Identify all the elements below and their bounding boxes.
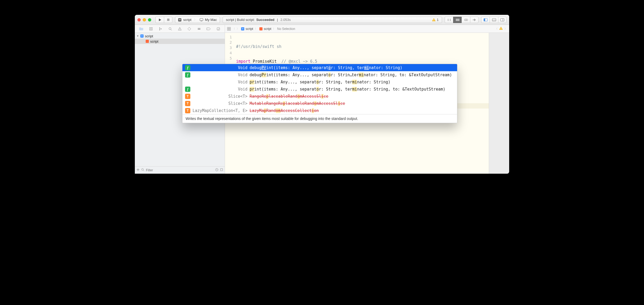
svg-rect-35 [140, 34, 144, 38]
debug-navigator-tab[interactable] [194, 25, 204, 33]
prev-issue-button[interactable]: 〈 [495, 27, 498, 31]
toggle-utilities-button[interactable] [498, 17, 507, 23]
swift-file-icon [259, 27, 263, 31]
issue-count-button[interactable]: 1 [432, 18, 439, 22]
svg-point-21 [169, 28, 171, 30]
project-icon [140, 34, 144, 38]
assistant-editor-button[interactable] [453, 17, 462, 23]
next-issue-button[interactable]: 〉 [504, 27, 507, 31]
status-prefix: script | Build script: [226, 18, 255, 22]
add-button[interactable] [136, 168, 140, 172]
filter-icon [141, 168, 144, 172]
toggle-navigator-button[interactable] [481, 17, 490, 23]
recent-filter-button[interactable] [215, 168, 218, 172]
swift-file-icon [145, 39, 149, 43]
minimize-window-button[interactable] [143, 18, 146, 21]
svg-rect-34 [501, 29, 501, 29]
subbar: 〈 〉 script 〉 script 〉 No Selection 〈 〉 [135, 25, 509, 33]
svg-rect-6 [434, 19, 434, 20]
completion-item[interactable]: ƒVoidprint(items: Any..., separator: Str… [182, 86, 457, 93]
svg-point-23 [180, 29, 180, 30]
crumb-project-label: script [246, 27, 253, 31]
standard-editor-button[interactable] [445, 17, 453, 23]
jump-bar[interactable]: 〈 〉 script 〉 script 〉 No Selection 〈 〉 [225, 25, 509, 33]
svg-rect-4 [200, 19, 203, 21]
function-badge-icon: ƒ [185, 65, 190, 70]
activity-status-bar[interactable]: script | Build script: Succeeded | 2.053… [223, 17, 442, 23]
crumb-selection[interactable]: No Selection [277, 27, 295, 31]
status-time: 2.053s [280, 18, 291, 22]
breakpoint-navigator-tab[interactable] [204, 25, 213, 33]
run-button[interactable] [155, 17, 164, 23]
completion-return-type: Slice<T> [192, 94, 250, 99]
svg-rect-33 [501, 28, 501, 29]
titlebar: script 〉 My Mac script | Build script: S… [135, 15, 509, 25]
minimap[interactable] [489, 33, 509, 174]
svg-rect-29 [227, 29, 229, 30]
scheme-picker[interactable]: script 〉 My Mac [175, 17, 220, 23]
xcode-window: script 〉 My Mac script | Build script: S… [135, 15, 509, 174]
svg-rect-32 [259, 27, 263, 30]
tree-file[interactable]: script [135, 39, 225, 44]
function-badge-icon: ƒ [185, 72, 190, 78]
report-navigator-tab[interactable] [214, 25, 223, 33]
forward-button[interactable]: 〉 [237, 27, 239, 31]
toggle-debug-button[interactable] [490, 17, 498, 23]
completion-item[interactable]: TLazyMapCollection<T, E>LazyMapRandomAcc… [182, 107, 457, 114]
completion-item[interactable]: TSlice<T>MutableRangeReplaceableRandomAc… [182, 100, 457, 107]
completion-signature: RangeReplaceableRandomAccessSlice [250, 94, 454, 99]
scheme-destination: My Mac [205, 18, 217, 22]
svg-rect-24 [198, 28, 200, 29]
completion-signature: debugPrint(items: Any..., separator: Str… [250, 73, 454, 77]
svg-rect-36 [146, 40, 149, 43]
project-navigator-tab[interactable] [136, 25, 146, 33]
completion-signature: LazyMapRandomAccessCollection [250, 108, 454, 113]
type-badge-icon: T [185, 108, 190, 113]
completion-item[interactable]: TSlice<T>RangeReplaceableRandomAccessSli… [182, 93, 457, 100]
svg-rect-3 [179, 20, 181, 20]
scm-filter-button[interactable] [220, 168, 223, 172]
completion-item[interactable]: ƒVoiddebugPrint(items: Any..., separator… [182, 71, 457, 78]
code-completion-popup: ƒVoiddebugPrint(items: Any..., separator… [182, 64, 457, 123]
disclosure-triangle-icon[interactable]: ▼ [136, 35, 139, 37]
related-items-icon [227, 27, 231, 31]
svg-rect-27 [227, 27, 229, 29]
completion-item[interactable]: ƒVoidprint(items: Any..., separator: Str… [182, 78, 457, 86]
completion-return-type: Void [192, 80, 250, 84]
counterpart-button[interactable] [470, 17, 479, 23]
completion-return-type: LazyMapCollection<T, E> [192, 108, 250, 113]
code-line-1: #!/usr/bin/swift sh [236, 44, 282, 49]
stop-button[interactable] [164, 17, 172, 23]
version-editor-button[interactable] [462, 17, 470, 23]
completion-signature: debugPrint(items: Any..., separator: Str… [250, 65, 454, 70]
run-stop-group [155, 17, 172, 23]
filter-input[interactable] [146, 168, 214, 172]
completion-description: Writes the textual representations of th… [182, 114, 457, 123]
source-control-navigator-tab[interactable] [146, 25, 155, 33]
project-icon [241, 27, 245, 31]
find-navigator-tab[interactable] [165, 25, 175, 33]
svg-rect-31 [241, 27, 244, 30]
completion-signature: print(items: Any..., separator: String, … [250, 87, 454, 92]
test-navigator-tab[interactable] [185, 25, 194, 33]
status-result: Succeeded [256, 18, 274, 22]
crumb-project[interactable]: script [241, 27, 253, 31]
crumb-file[interactable]: script [259, 27, 272, 31]
zoom-window-button[interactable] [148, 18, 151, 21]
tree-root[interactable]: ▼ script [135, 33, 225, 39]
svg-rect-0 [167, 19, 169, 21]
function-badge-icon: ƒ [185, 87, 190, 92]
completion-return-type: Slice<T> [192, 101, 250, 106]
crumb-file-label: script [264, 27, 272, 31]
svg-rect-30 [229, 29, 231, 30]
svg-rect-5 [201, 21, 202, 21]
window-controls [137, 18, 153, 21]
symbol-navigator-tab[interactable] [156, 25, 165, 33]
back-button[interactable]: 〈 [232, 27, 235, 31]
issue-navigator-tab[interactable] [175, 25, 185, 33]
svg-rect-25 [198, 29, 200, 30]
close-window-button[interactable] [137, 18, 141, 21]
completion-item[interactable]: ƒVoiddebugPrint(items: Any..., separator… [182, 64, 457, 71]
crumb-selection-label: No Selection [277, 27, 295, 31]
svg-rect-11 [484, 19, 485, 21]
